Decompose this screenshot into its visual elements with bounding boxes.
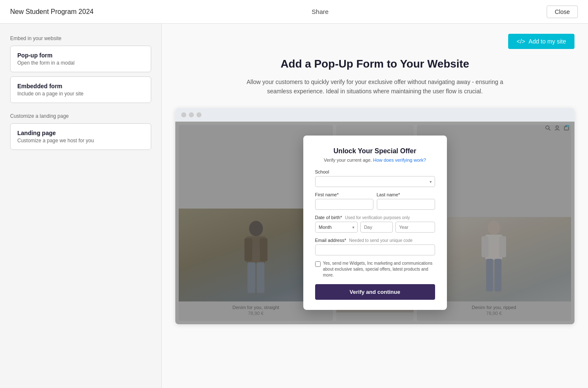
popup-modal: Unlock Your Special Offer Verify your cu… [303,136,447,310]
popup-form-title: Pop-up form [17,52,144,59]
dob-label: Date of birth* Used for verification pur… [315,215,435,220]
email-input[interactable] [315,244,435,255]
email-field: Email address* Needed to send your uniqu… [315,238,435,255]
app-header: New Student Program 2024 Share Close [0,0,588,24]
top-bar: </> Add to my site [175,34,574,49]
popup-form-desc: Open the form in a modal [17,60,144,66]
first-name-field: First name* [315,192,373,210]
close-button[interactable]: Close [547,5,578,18]
dob-field: Date of birth* Used for verification pur… [315,215,435,233]
add-to-site-label: Add to my site [528,38,566,45]
first-name-input[interactable] [315,199,373,210]
code-icon: </> [517,38,525,45]
dob-note: Used for verification purposes only [345,215,410,220]
day-input[interactable] [360,222,393,233]
embed-section-label: Embed in your website [10,35,151,41]
school-select[interactable] [315,176,435,187]
landing-section: Customize a landing page Landing page Cu… [10,113,151,150]
browser-bar [175,108,574,122]
marketing-checkbox[interactable] [315,261,321,267]
year-input[interactable] [395,222,435,233]
last-name-label: Last name* [377,192,435,197]
month-select-wrapper: Month ▾ [315,222,358,233]
embedded-form-card[interactable]: Embedded form Include on a page in your … [10,76,151,103]
popup-title: Unlock Your Special Offer [315,147,435,155]
browser-dot-3 [196,112,201,117]
popup-subtitle: Verify your current age. How does verify… [315,157,435,163]
add-to-site-button[interactable]: </> Add to my site [508,34,574,49]
embed-section: Embed in your website Pop-up form Open t… [10,35,151,103]
browser-dot-1 [181,112,186,117]
popup-how-link[interactable]: How does verifying work? [373,157,426,163]
landing-page-desc: Customize a page we host for you [17,138,144,144]
school-field: School ▾ [315,169,435,187]
last-name-field: Last name* [377,192,435,210]
school-label: School [315,169,435,174]
date-row: Month ▾ [315,222,435,233]
school-select-wrapper: ▾ [315,176,435,187]
main-title: Add a Pop-Up Form to Your Website [175,57,574,71]
first-name-label: First name* [315,192,373,197]
popup-form-card[interactable]: Pop-up form Open the form in a modal [10,46,151,72]
browser-dot-2 [189,112,194,117]
popup-overlay: Unlock Your Special Offer Verify your cu… [175,122,574,324]
page-title: New Student Program 2024 [10,8,93,16]
email-label: Email address* Needed to send your uniqu… [315,238,435,243]
embedded-form-title: Embedded form [17,83,144,90]
verify-button[interactable]: Verify and continue [315,284,435,300]
last-name-input[interactable] [377,199,435,210]
landing-page-card[interactable]: Landing page Customize a page we host fo… [10,123,151,150]
landing-page-title: Landing page [17,130,144,136]
share-label: Share [312,8,329,15]
name-row: First name* Last name* [315,192,435,215]
checkbox-row: Yes, send me Widgets, Inc marketing and … [315,260,435,278]
landing-section-label: Customize a landing page [10,113,151,119]
marketing-label: Yes, send me Widgets, Inc marketing and … [323,260,435,278]
content-area: </> Add to my site Add a Pop-Up Form to … [162,24,588,388]
email-note: Needed to send your unique code [349,238,413,243]
month-select[interactable]: Month [315,222,358,233]
main-layout: Embed in your website Pop-up form Open t… [0,24,588,388]
browser-mockup: Denim for you, straight 78,90 € [175,108,574,324]
embedded-form-desc: Include on a page in your site [17,91,144,97]
browser-content: Denim for you, straight 78,90 € [175,122,574,324]
sidebar: Embed in your website Pop-up form Open t… [0,24,162,388]
main-desc: Allow your customers to quickly verify f… [240,77,510,96]
